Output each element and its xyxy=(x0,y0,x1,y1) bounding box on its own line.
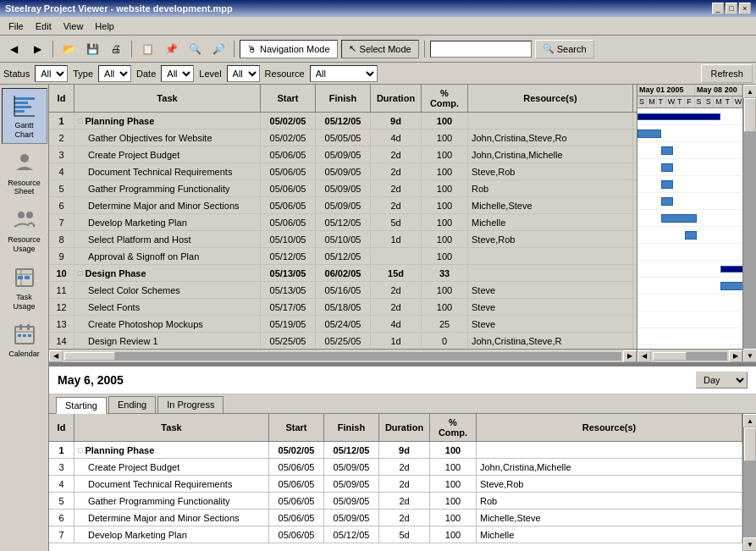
menu-file[interactable]: File xyxy=(3,19,29,33)
tab-in-progress[interactable]: In Progress xyxy=(157,396,223,413)
gantt-row xyxy=(637,210,742,227)
lower-scrollbar-v[interactable]: ▲ ▼ xyxy=(742,414,756,551)
type-select[interactable]: All xyxy=(98,65,131,82)
scroll-track-v[interactable] xyxy=(743,98,756,349)
table-row[interactable]: 4 Document Technical Requirements 05/06/… xyxy=(49,163,637,180)
date-select[interactable]: All xyxy=(161,65,194,82)
gantt-scroll-left[interactable]: ◀ xyxy=(637,350,651,362)
gantt-bar[interactable] xyxy=(661,197,673,206)
table-row[interactable]: 6 Determine Major and Minor Sections 05/… xyxy=(49,197,637,214)
day-view-select[interactable]: Day Week Month xyxy=(696,372,748,388)
lower-expand-icon[interactable]: □ xyxy=(78,446,82,455)
table-row[interactable]: 12 Select Fonts 05/17/05 05/18/05 2d 100… xyxy=(49,299,637,316)
scroll-track-h[interactable] xyxy=(64,352,621,361)
gantt-bar[interactable] xyxy=(661,163,673,172)
table-row[interactable]: 10 □ Design Phase 05/13/05 06/02/05 15d … xyxy=(49,265,637,282)
col-header-pct: % Comp. xyxy=(422,85,468,112)
lower-table-row[interactable]: 5 Gather Programming Functionality 05/06… xyxy=(49,493,742,510)
lower-scroll-thumb[interactable] xyxy=(744,427,756,461)
navigation-mode-button[interactable]: 🖱 Navigation Mode xyxy=(240,40,338,58)
resource-select[interactable]: All xyxy=(310,65,378,82)
lower-scroll-down[interactable]: ▼ xyxy=(743,537,756,551)
svg-rect-2 xyxy=(14,106,31,108)
table-row[interactable]: 8 Select Platform and Host 05/10/05 05/1… xyxy=(49,231,637,248)
scroll-left-btn[interactable]: ◀ xyxy=(49,350,63,362)
select-mode-button[interactable]: ↖ Select Mode xyxy=(341,40,419,58)
task-scrollbar-v[interactable]: ▲ ▼ xyxy=(742,85,756,362)
lower-scroll-up[interactable]: ▲ xyxy=(743,414,756,427)
table-row[interactable]: 14 Design Review 1 05/25/05 05/25/05 1d … xyxy=(49,333,637,349)
zoom-out-button[interactable]: 🔎 xyxy=(208,40,229,58)
print-button[interactable]: 🖨 xyxy=(106,40,126,58)
expand-icon[interactable]: □ xyxy=(78,117,82,125)
row-duration: 2d xyxy=(371,197,422,213)
status-select[interactable]: All xyxy=(35,65,68,82)
lower-table-row[interactable]: 3 Create Project Budget 05/06/05 05/09/0… xyxy=(49,459,742,476)
table-row[interactable]: 13 Create Photoshop Mockups 05/19/05 05/… xyxy=(49,316,637,333)
expand-icon[interactable]: □ xyxy=(78,269,82,278)
refresh-button[interactable]: Refresh xyxy=(701,64,753,83)
back-button[interactable]: ◀ xyxy=(3,40,24,58)
table-row[interactable]: 5 Gather Programming Functionality 05/06… xyxy=(49,180,637,197)
gantt-thumb-h[interactable] xyxy=(653,352,687,361)
zoom-in-button[interactable]: 🔍 xyxy=(185,40,205,58)
forward-button[interactable]: ▶ xyxy=(27,40,47,58)
scroll-thumb-h[interactable] xyxy=(64,352,115,361)
gantt-day-t2: T xyxy=(676,96,685,107)
sidebar-item-resource-usage[interactable]: ResourceUsage xyxy=(2,202,47,258)
tab-starting[interactable]: Starting xyxy=(56,397,107,414)
table-row[interactable]: 2 Gather Objectives for Website 05/02/05… xyxy=(49,129,637,146)
gantt-bar[interactable] xyxy=(661,146,673,155)
task-scrollbar-h[interactable]: ◀ ▶ xyxy=(49,349,637,362)
col-header-duration: Duration xyxy=(371,85,422,112)
gantt-track-h[interactable] xyxy=(653,352,727,361)
minimize-button[interactable]: _ xyxy=(712,3,724,14)
row-pct: 100 xyxy=(422,180,468,196)
table-row[interactable]: 7 Develop Marketing Plan 05/06/05 05/12/… xyxy=(49,214,637,231)
search-input[interactable] xyxy=(430,41,532,58)
menu-edit[interactable]: Edit xyxy=(30,19,57,33)
lower-table-row[interactable]: 7 Develop Marketing Plan 05/06/05 05/12/… xyxy=(49,526,742,543)
sidebar-item-task-usage[interactable]: TaskUsage xyxy=(2,260,47,316)
level-select[interactable]: All xyxy=(227,65,260,82)
close-button[interactable]: × xyxy=(739,3,751,14)
gantt-bar[interactable] xyxy=(685,231,697,240)
scroll-down-btn[interactable]: ▼ xyxy=(743,349,756,362)
search-button[interactable]: 🔍 Search xyxy=(535,40,594,58)
table-row[interactable]: 11 Select Color Schemes 05/13/05 05/16/0… xyxy=(49,282,637,299)
gantt-bar[interactable] xyxy=(661,214,697,223)
sidebar-item-gantt[interactable]: GanttChart xyxy=(2,88,47,144)
lower-table-row[interactable]: 6 Determine Major and Minor Sections 05/… xyxy=(49,510,742,526)
row-duration: 1d xyxy=(371,231,422,247)
scroll-thumb-v[interactable] xyxy=(744,98,756,132)
scroll-up-btn[interactable]: ▲ xyxy=(743,85,756,98)
gantt-bar[interactable] xyxy=(637,113,720,120)
lower-scroll-track[interactable] xyxy=(743,427,756,537)
table-row[interactable]: 1 □ Planning Phase 05/02/05 05/12/05 9d … xyxy=(49,113,637,129)
lower-row-finish: 05/12/05 xyxy=(324,526,379,543)
open-button[interactable]: 📂 xyxy=(58,40,79,58)
scroll-right-btn[interactable]: ▶ xyxy=(623,350,637,362)
tab-ending[interactable]: Ending xyxy=(108,396,156,413)
gantt-bar[interactable] xyxy=(720,282,742,290)
paste-button[interactable]: 📌 xyxy=(161,40,181,58)
gantt-bar[interactable] xyxy=(661,180,673,189)
menu-view[interactable]: View xyxy=(58,19,89,33)
table-row[interactable]: 3 Create Project Budget 05/06/05 05/09/0… xyxy=(49,146,637,163)
gantt-scroll-right[interactable]: ▶ xyxy=(729,350,742,362)
lower-table-row[interactable]: 1 □ Planning Phase 05/02/05 05/12/05 9d … xyxy=(49,442,742,459)
gantt-bar[interactable] xyxy=(720,266,742,273)
sidebar-item-resource-sheet[interactable]: ResourceSheet xyxy=(2,146,47,201)
window-controls[interactable]: _ □ × xyxy=(712,3,751,14)
lower-table-row[interactable]: 4 Document Technical Requirements 05/06/… xyxy=(49,476,742,493)
maximize-button[interactable]: □ xyxy=(726,3,737,14)
save-button[interactable]: 💾 xyxy=(82,40,102,58)
task-usage-icon xyxy=(11,264,38,291)
table-row[interactable]: 9 Approval & Signoff on Plan 05/12/05 05… xyxy=(49,248,637,265)
gantt-bar[interactable] xyxy=(637,129,661,138)
sidebar-item-calendar[interactable]: Calendar xyxy=(2,317,47,363)
copy-button[interactable]: 📋 xyxy=(137,40,157,58)
menu-help[interactable]: Help xyxy=(90,19,119,33)
gantt-scrollbar-h[interactable]: ◀ ▶ xyxy=(637,349,742,362)
resource-sheet-label: ResourceSheet xyxy=(8,179,41,197)
